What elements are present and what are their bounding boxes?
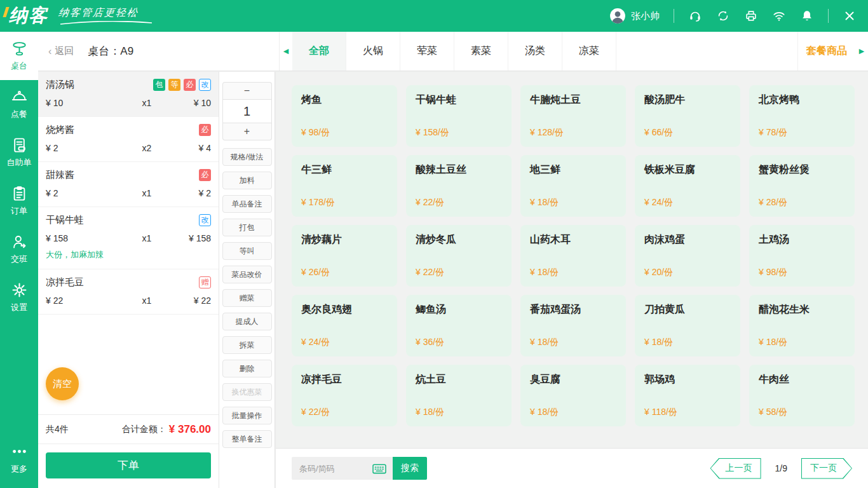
item-action-button[interactable]: 删除 bbox=[222, 360, 272, 377]
menu-item-name: 山药木耳 bbox=[530, 233, 616, 247]
close-icon[interactable] bbox=[843, 9, 857, 23]
next-page-button[interactable]: 下一页 bbox=[801, 458, 852, 479]
user-chip[interactable]: 张小帅 bbox=[609, 8, 660, 24]
order-header: ‹ 返回 桌台：A9 bbox=[38, 32, 280, 71]
place-order-button[interactable]: 下单 bbox=[46, 452, 211, 478]
menu-card[interactable]: 番茄鸡蛋汤 ¥ 18/份 bbox=[520, 295, 626, 356]
sidebar-item-settings[interactable]: 设置 bbox=[0, 273, 38, 322]
clear-order-button[interactable]: 清空 bbox=[46, 367, 79, 400]
order-item-row[interactable]: 烧烤酱 必 ¥ 2 x2 ¥ 4 bbox=[38, 117, 219, 162]
tabs-right-arrow-icon[interactable]: ▶ bbox=[855, 32, 868, 71]
menu-card[interactable]: 凉拌毛豆 ¥ 22/份 bbox=[292, 365, 397, 426]
menu-card[interactable]: 干锅牛蛙 ¥ 158/份 bbox=[406, 85, 512, 147]
keyboard-icon[interactable] bbox=[372, 463, 387, 475]
menu-item-name: 炕土豆 bbox=[416, 373, 502, 386]
qty-minus-button[interactable]: − bbox=[222, 82, 272, 99]
cloche-icon bbox=[11, 88, 28, 105]
tabs-left-arrow-icon[interactable]: ◀ bbox=[280, 32, 292, 71]
menu-card[interactable]: 酸汤肥牛 ¥ 66/份 bbox=[635, 85, 740, 147]
category-tab[interactable]: 汤类 bbox=[508, 32, 562, 71]
menu-card[interactable]: 清炒藕片 ¥ 26/份 bbox=[292, 225, 397, 287]
menu-card[interactable]: 清炒冬瓜 ¥ 22/份 bbox=[406, 225, 512, 287]
sidebar-item-shift[interactable]: 交班 bbox=[0, 225, 38, 273]
item-action-button[interactable]: 批量操作 bbox=[222, 407, 272, 424]
sidebar-item-self-order[interactable]: 自助单 bbox=[0, 128, 38, 177]
item-action-button[interactable]: 规格/做法 bbox=[222, 148, 272, 166]
category-tab[interactable]: 素菜 bbox=[454, 32, 508, 71]
sync-icon[interactable] bbox=[716, 9, 730, 23]
combo-products-tab[interactable]: 套餐商品 bbox=[798, 32, 855, 71]
printer-icon[interactable] bbox=[744, 9, 758, 23]
back-button[interactable]: ‹ 返回 bbox=[48, 45, 74, 57]
menu-item-name: 刀拍黄瓜 bbox=[644, 303, 731, 316]
category-tab[interactable]: 荤菜 bbox=[400, 32, 454, 71]
sidebar-item-order-food[interactable]: 点餐 bbox=[0, 80, 38, 128]
menu-card[interactable]: 郭场鸡 ¥ 118/份 bbox=[635, 365, 740, 426]
order-item-total: ¥ 2 bbox=[169, 188, 211, 198]
item-action-button[interactable]: 换优惠菜 bbox=[222, 383, 272, 401]
qty-plus-button[interactable]: + bbox=[222, 123, 272, 140]
order-item-name: 凉拌毛豆 bbox=[46, 276, 199, 288]
menu-item-price: ¥ 128/份 bbox=[530, 127, 616, 139]
menu-card[interactable]: 牛三鲜 ¥ 178/份 bbox=[292, 155, 397, 217]
menu-card[interactable]: 北京烤鸭 ¥ 78/份 bbox=[749, 85, 855, 147]
menu-area: 烤鱼 ¥ 98/份 干锅牛蛙 ¥ 158/份 牛腩炖土豆 ¥ 128/份 酸汤肥… bbox=[276, 72, 868, 448]
menu-card[interactable]: 刀拍黄瓜 ¥ 18/份 bbox=[635, 295, 740, 356]
wifi-icon[interactable] bbox=[772, 9, 786, 23]
order-panel: 清汤锅 包等必改 ¥ 10 x1 ¥ 10 烧烤酱 必 ¥ 2 x2 bbox=[38, 72, 219, 488]
menu-card[interactable]: 炕土豆 ¥ 18/份 bbox=[406, 365, 512, 426]
menu-item-price: ¥ 18/份 bbox=[530, 407, 616, 418]
order-item-row[interactable]: 甜辣酱 必 ¥ 2 x1 ¥ 2 bbox=[38, 162, 219, 207]
order-item-row[interactable]: 凉拌毛豆 赠 ¥ 22 x1 ¥ 22 bbox=[38, 269, 219, 315]
menu-card[interactable]: 牛腩炖土豆 ¥ 128/份 bbox=[520, 85, 626, 147]
menu-card[interactable]: 鲫鱼汤 ¥ 36/份 bbox=[406, 295, 512, 356]
category-tab[interactable]: 火锅 bbox=[346, 32, 400, 71]
item-action-button[interactable]: 打包 bbox=[222, 219, 272, 236]
menu-card[interactable]: 牛肉丝 ¥ 58/份 bbox=[749, 365, 855, 426]
order-item-price: ¥ 2 bbox=[46, 188, 125, 198]
sidebar-item-tables[interactable]: 桌台 bbox=[0, 32, 38, 80]
menu-card[interactable]: 酸辣土豆丝 ¥ 22/份 bbox=[406, 155, 512, 217]
item-action-button[interactable]: 等叫 bbox=[222, 242, 272, 260]
menu-item-price: ¥ 18/份 bbox=[530, 337, 616, 348]
sidebar-item-label: 设置 bbox=[11, 302, 27, 313]
menu-card[interactable]: 土鸡汤 ¥ 98/份 bbox=[749, 225, 855, 287]
menu-card[interactable]: 奥尔良鸡翅 ¥ 24/份 bbox=[292, 295, 397, 356]
item-badge: 改 bbox=[199, 79, 211, 91]
item-action-button[interactable]: 加料 bbox=[222, 172, 272, 189]
item-action-button[interactable]: 提成人 bbox=[222, 313, 272, 330]
notification-bell-icon[interactable] bbox=[800, 9, 814, 23]
item-action-button[interactable]: 整单备注 bbox=[222, 430, 272, 448]
sidebar-item-orders[interactable]: 订单 bbox=[0, 177, 38, 225]
brand-text: 纳客 bbox=[9, 5, 48, 25]
item-action-button[interactable]: 赠菜 bbox=[222, 289, 272, 307]
category-tab[interactable]: 全部 bbox=[292, 32, 346, 71]
support-headset-icon[interactable] bbox=[688, 9, 702, 23]
category-tab[interactable]: 凉菜 bbox=[562, 32, 616, 71]
menu-card[interactable]: 肉沫鸡蛋 ¥ 20/份 bbox=[635, 225, 740, 287]
item-action-button[interactable]: 单品备注 bbox=[222, 195, 272, 213]
menu-card[interactable]: 烤鱼 ¥ 98/份 bbox=[292, 85, 397, 147]
menu-item-price: ¥ 158/份 bbox=[416, 127, 502, 139]
menu-item-name: 北京烤鸭 bbox=[759, 93, 845, 107]
order-item-qty: x1 bbox=[125, 188, 169, 198]
menu-card[interactable]: 山药木耳 ¥ 18/份 bbox=[520, 225, 626, 287]
next-page-label: 下一页 bbox=[802, 459, 851, 478]
order-item-row[interactable]: 干锅牛蛙 改 ¥ 158 x1 ¥ 158 大份，加麻加辣 bbox=[38, 207, 219, 269]
menu-card[interactable]: 地三鲜 ¥ 18/份 bbox=[520, 155, 626, 217]
item-action-button[interactable]: 菜品改价 bbox=[222, 266, 272, 283]
search-input[interactable] bbox=[299, 464, 368, 473]
sidebar-item-more[interactable]: 更多 bbox=[0, 435, 38, 483]
search-button[interactable]: 搜索 bbox=[393, 457, 427, 480]
menu-card[interactable]: 臭豆腐 ¥ 18/份 bbox=[520, 365, 626, 426]
menu-item-price: ¥ 78/份 bbox=[759, 127, 845, 139]
menu-card[interactable]: 蟹黄粉丝煲 ¥ 28/份 bbox=[749, 155, 855, 217]
order-item-row[interactable]: 清汤锅 包等必改 ¥ 10 x1 ¥ 10 bbox=[38, 72, 219, 117]
menu-card[interactable]: 铁板米豆腐 ¥ 24/份 bbox=[635, 155, 740, 217]
menu-card[interactable]: 醋泡花生米 ¥ 18/份 bbox=[749, 295, 855, 356]
menu-item-price: ¥ 178/份 bbox=[301, 197, 388, 208]
item-action-button[interactable]: 拆菜 bbox=[222, 336, 272, 354]
search-box bbox=[292, 457, 393, 480]
prev-page-button[interactable]: 上一页 bbox=[710, 458, 761, 479]
submit-row: 下单 bbox=[38, 444, 219, 488]
